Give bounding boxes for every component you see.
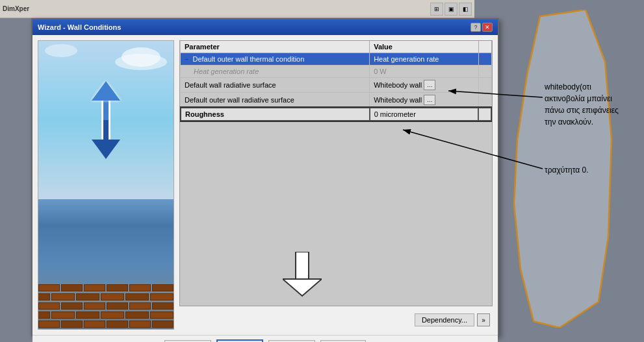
wall-radiative-browse-btn[interactable]: … <box>424 80 435 90</box>
toolbar-icon-2[interactable]: ▣ <box>444 3 457 16</box>
preview-sky <box>38 41 174 199</box>
expand-minus-icon: − <box>185 55 188 63</box>
thermal-condition-value: Heat generation rate <box>370 53 478 66</box>
outer-wall-radiative-browse-btn[interactable]: … <box>424 95 435 105</box>
wall-radiative-param: Default wall radiative surface <box>181 78 370 93</box>
toolbar-icon-1[interactable]: ⊞ <box>430 3 443 16</box>
wall-radiative-value: Whitebody wall … <box>370 78 478 93</box>
parameters-table: Parameter Value − Default outer wall the… <box>180 41 492 121</box>
toolbar-icon-3[interactable]: ◧ <box>459 3 472 16</box>
next-button[interactable]: Next > <box>216 339 263 342</box>
direction-arrows <box>92 81 120 159</box>
table-header-row: Parameter Value <box>181 41 491 53</box>
preview-wall <box>38 199 174 329</box>
table-row-outer-wall-radiative[interactable]: Default outer wall radiative surface Whi… <box>181 93 491 108</box>
table-row-heat-gen[interactable]: Heat generation rate 0 W <box>181 66 491 78</box>
roughness-annotation: τραχύτητα 0. <box>545 165 589 175</box>
col-value-header: Value <box>370 41 478 53</box>
parameters-panel: Parameter Value − Default outer wall the… <box>179 40 493 330</box>
titlebar-controls: ? ✕ <box>470 23 493 32</box>
thermal-condition-param: − Default outer wall thermal condition <box>181 53 370 66</box>
table-row-roughness[interactable]: Roughness 0 micrometer <box>181 108 491 121</box>
top-toolbar: DimXper ⊞ ▣ ◧ <box>0 0 474 18</box>
nav-buttons-row: < Back Next > Cancel Help <box>32 335 498 342</box>
dialog-title: Wizard - Wall Conditions <box>38 23 121 31</box>
heat-gen-param: Heat generation rate <box>181 66 370 78</box>
param-table-container: Parameter Value − Default outer wall the… <box>179 40 493 306</box>
expand-right-button[interactable]: » <box>477 313 490 326</box>
svg-marker-6 <box>283 279 322 296</box>
svg-rect-5 <box>296 252 309 281</box>
table-row-thermal-condition[interactable]: − Default outer wall thermal condition H… <box>181 53 491 66</box>
col-parameter-header: Parameter <box>181 41 370 53</box>
outer-wall-radiative-param: Default outer wall radiative surface <box>181 93 370 108</box>
roughness-param: Roughness <box>181 108 370 121</box>
thermal-condition-extra <box>478 53 491 66</box>
heat-gen-value: 0 W <box>370 66 478 78</box>
dialog-titlebar: Wizard - Wall Conditions ? ✕ <box>32 19 498 35</box>
table-row-wall-radiative[interactable]: Default wall radiative surface Whitebody… <box>181 78 491 93</box>
brick-pattern <box>38 284 174 329</box>
big-down-arrow <box>283 252 322 299</box>
bottom-row: Dependency... » <box>179 310 493 330</box>
whitebody-annotation: whitebody(οτιακτινοβολία μπαίνειπάνω στι… <box>545 81 619 128</box>
wizard-dialog: Wizard - Wall Conditions ? ✕ <box>31 18 499 336</box>
outer-wall-radiative-value: Whitebody wall … <box>370 93 478 108</box>
dependency-button[interactable]: Dependency... <box>415 313 474 326</box>
dialog-body: Parameter Value − Default outer wall the… <box>32 35 498 335</box>
help-titlebar-button[interactable]: ? <box>470 23 481 32</box>
dimxpert-label: DimXper <box>3 5 29 12</box>
close-titlebar-button[interactable]: ✕ <box>482 23 493 32</box>
roughness-value: 0 micrometer <box>370 108 478 121</box>
preview-panel <box>38 40 174 330</box>
